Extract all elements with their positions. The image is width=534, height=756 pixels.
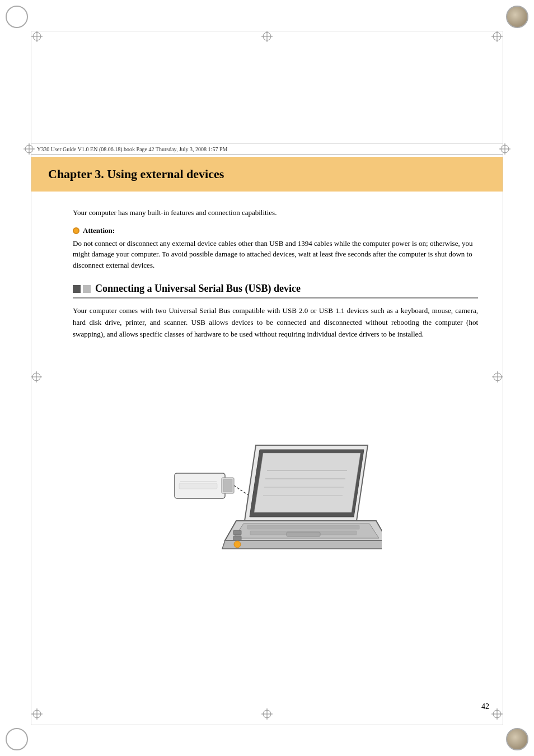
svg-rect-40 — [233, 530, 241, 535]
section-squares — [73, 285, 91, 293]
reg-bottom-row — [31, 708, 503, 720]
svg-point-42 — [234, 541, 241, 548]
svg-rect-39 — [287, 532, 320, 536]
section-body-text: Your computer comes with two Universal S… — [73, 305, 478, 340]
laptop-illustration — [169, 428, 382, 568]
reg-mark-top-center — [261, 31, 273, 42]
reg-mark-left-mid — [31, 371, 42, 385]
reg-mark-bottom-left — [31, 708, 43, 720]
header-text: Y330 User Guide V1.0 EN (08.06.18).book … — [37, 146, 227, 152]
attention-text: Do not connect or disconnect any externa… — [73, 238, 478, 271]
header-crosshair-left — [24, 143, 35, 155]
section-title: Connecting a Universal Serial Bus (USB) … — [95, 283, 478, 295]
svg-rect-36 — [247, 525, 359, 529]
attention-title: Attention: — [83, 226, 115, 235]
reg-top-row — [31, 31, 503, 42]
header-bar: Y330 User Guide V1.0 EN (08.06.18).book … — [31, 143, 503, 155]
attention-icon — [73, 227, 79, 234]
svg-rect-25 — [179, 483, 217, 489]
svg-marker-29 — [254, 453, 360, 512]
corner-circle-bl — [6, 728, 28, 750]
page-container: Y330 User Guide V1.0 EN (08.06.18).book … — [0, 0, 534, 756]
laptop-body — [222, 445, 382, 549]
svg-rect-41 — [233, 536, 241, 540]
reg-mark-top-left — [31, 31, 43, 42]
square-filled — [73, 285, 81, 293]
corner-circle-tl — [6, 6, 28, 28]
attention-label: Attention: — [73, 226, 478, 235]
svg-rect-23 — [223, 479, 232, 492]
chapter-title: Chapter 3. Using external devices — [48, 167, 491, 181]
reg-mark-bottom-center — [261, 708, 273, 720]
reg-mark-top-right — [491, 31, 503, 42]
reg-mark-bottom-right — [491, 708, 503, 720]
corner-circle-br — [506, 728, 528, 750]
page-border — [31, 31, 503, 725]
header-crosshair-right — [499, 143, 510, 155]
section-heading: Connecting a Universal Serial Bus (USB) … — [73, 283, 478, 298]
content-area: Your computer has many built-in features… — [73, 207, 478, 349]
corner-circle-tr — [506, 6, 528, 28]
svg-marker-38 — [222, 540, 382, 549]
square-outline — [83, 285, 91, 293]
attention-block: Attention: Do not connect or disconnect … — [73, 226, 478, 271]
reg-mark-right-mid — [492, 371, 503, 385]
chapter-header: Chapter 3. Using external devices — [31, 157, 503, 192]
illustration-area — [73, 426, 478, 571]
intro-text: Your computer has many built-in features… — [73, 207, 478, 218]
